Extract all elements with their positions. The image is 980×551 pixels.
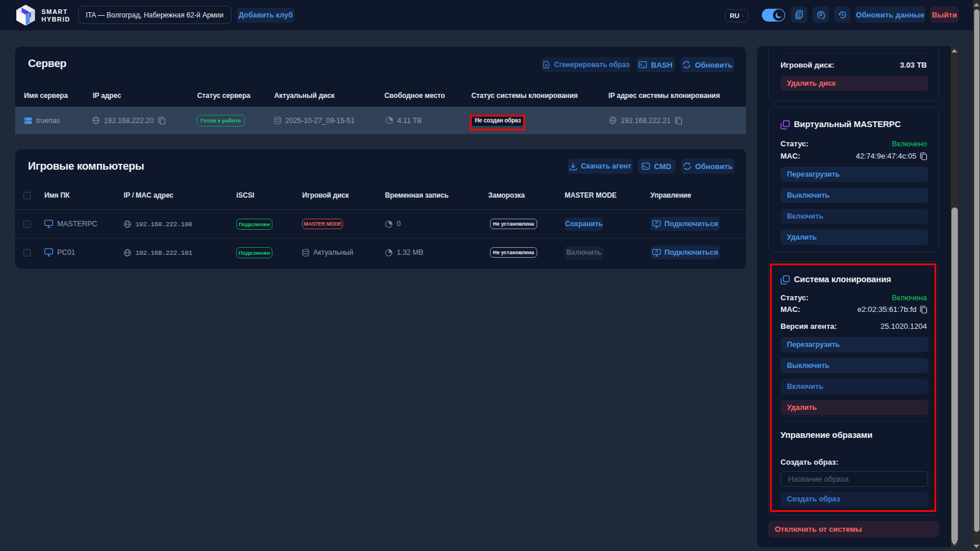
select-all-checkbox[interactable]	[23, 192, 31, 199]
connect-button[interactable]: Подключиться	[650, 245, 720, 259]
connect-label: Подключиться	[664, 248, 718, 257]
pc-row-pc01[interactable]: PC01 192.168.222.101 Подключен Актуальны…	[15, 238, 746, 266]
pc-row-masterpc[interactable]: MASTERPC 192.168.222.100 Подключен MASTE…	[15, 209, 746, 238]
usage-pie-icon	[386, 117, 393, 124]
scroll-down-icon[interactable]	[951, 542, 957, 545]
vm-section: Виртуальный MASTERPC Статус: Включено MA…	[768, 107, 939, 252]
usage-pie-icon	[385, 249, 393, 257]
chevron-down-icon	[742, 14, 744, 18]
copy-icon[interactable]	[920, 152, 928, 160]
theme-toggle[interactable]	[762, 9, 785, 22]
col-server-name: Имя сервера	[24, 92, 68, 100]
row-checkbox[interactable]	[23, 220, 31, 228]
sidebar-panel: Игровой диск: 3.03 TB Удалить диск Вирту…	[757, 46, 958, 548]
pc-temp-size: 1.32 MB	[397, 248, 424, 257]
add-club-label: Добавить клуб	[239, 11, 293, 19]
chevron-down-icon	[223, 13, 224, 17]
server-name: truenas	[36, 117, 60, 125]
vm-shutdown-button[interactable]: Выключить	[780, 188, 928, 203]
freeze-badge: Не установлена	[490, 219, 537, 229]
create-image-label: Создать образ:	[780, 458, 838, 466]
scroll-up-icon[interactable]	[951, 49, 957, 52]
globe-icon	[124, 249, 131, 257]
col-pc-master: MASTER MODE	[565, 191, 617, 199]
logout-button[interactable]: Выйти	[930, 6, 958, 23]
clone-status-label: Статус:	[780, 293, 808, 302]
refresh-data-button[interactable]: Обновить данные	[855, 6, 925, 23]
game-disk-section: Игровой диск: 3.03 TB Удалить диск	[768, 46, 939, 101]
generate-image-button[interactable]: Сгенерировать образ	[541, 57, 631, 72]
master-mode-enable-button[interactable]: Включить	[565, 246, 603, 259]
logs-button[interactable]	[791, 6, 807, 23]
copy-icon[interactable]	[675, 117, 682, 125]
server-panel: Сервер Сгенерировать образ BASH Обновить…	[15, 47, 746, 134]
iscsi-status-badge: Подключен	[236, 247, 272, 258]
vm-restart-label: Перезагрузить	[787, 170, 840, 178]
server-refresh-button[interactable]: Обновить	[681, 57, 734, 72]
clone-restart-button[interactable]: Перезагрузить	[780, 337, 928, 352]
clone-section: Система клонирования Статус: Включена MA…	[768, 261, 939, 515]
vm-restart-button[interactable]: Перезагрузить	[780, 167, 928, 182]
server-table-row[interactable]: truenas 192.168.222.20 Готов к работе	[15, 107, 746, 134]
pc-ip: 192.168.222.101	[135, 249, 192, 257]
vm-section-title: Виртуальный MASTERPC	[794, 120, 901, 129]
clone-shutdown-button[interactable]: Выключить	[780, 358, 928, 373]
club-select[interactable]: ITA — Волгоград, Набережная 62-й Армии	[78, 6, 232, 24]
page-scrollbar[interactable]	[973, 0, 980, 551]
language-select[interactable]: RU	[725, 9, 748, 22]
agent-version-value: 25.1020.1204	[880, 322, 927, 331]
create-image-button-label: Создать образ	[787, 495, 840, 503]
brand-name-line1: SMART	[41, 9, 68, 15]
club-select-value: ITA — Волгоград, Набережная 62-й Армии	[86, 11, 223, 19]
computers-refresh-button[interactable]: Обновить	[681, 159, 734, 174]
create-image-button[interactable]: Создать образ	[780, 492, 928, 507]
vm-status-value: Включено	[892, 139, 927, 148]
cmd-button[interactable]: CMD	[638, 159, 676, 174]
image-name-input[interactable]	[780, 471, 928, 487]
server-disk: 2025-10-27_09-15-51	[285, 117, 355, 125]
terminal-icon	[642, 163, 650, 170]
copy-icon[interactable]	[920, 306, 928, 314]
clone-status-value: Включена	[892, 293, 927, 302]
col-clone-status: Статус системы клонирования	[471, 92, 578, 100]
delete-disk-label: Удалить диск	[787, 79, 836, 87]
row-checkbox[interactable]	[23, 249, 31, 257]
logout-label: Выйти	[932, 10, 957, 19]
pc-name: PC01	[57, 248, 75, 257]
pc-temp-size: 0	[397, 220, 401, 228]
delete-disk-button[interactable]: Удалить диск	[780, 76, 928, 91]
sidebar-scrollbar-thumb[interactable]	[951, 208, 958, 542]
language-value: RU	[730, 12, 740, 19]
theme-toggle-knob	[773, 9, 785, 21]
scroll-down-icon[interactable]	[974, 545, 979, 548]
game-disk-text: Актуальный	[313, 248, 354, 257]
clone-poweron-button[interactable]: Включить	[780, 379, 928, 394]
sidebar-scrollbar[interactable]	[951, 46, 958, 548]
monitor-icon	[44, 220, 53, 228]
copy-icon[interactable]	[158, 117, 166, 125]
moon-icon	[775, 11, 783, 19]
divider	[780, 421, 928, 422]
clone-poweron-label: Включить	[787, 382, 823, 391]
vm-poweron-button[interactable]: Включить	[780, 209, 928, 224]
col-pc-iscsi: iSCSI	[236, 191, 254, 199]
bash-button[interactable]: BASH	[636, 57, 675, 72]
col-pc-freeze: Заморозка	[488, 191, 525, 199]
scroll-up-icon[interactable]	[974, 3, 979, 6]
clone-delete-button[interactable]: Удалить	[780, 400, 928, 415]
disconnect-button[interactable]: Отключить от системы	[768, 521, 939, 538]
master-mode-save-label: Сохранить	[565, 220, 603, 228]
vm-delete-button[interactable]: Удалить	[780, 230, 928, 245]
support-button[interactable]	[813, 6, 829, 23]
download-agent-button[interactable]: Скачать агент	[568, 159, 633, 174]
vm-poweron-label: Включить	[787, 212, 823, 220]
master-mode-save-button[interactable]: Сохранить	[565, 217, 603, 231]
connect-button[interactable]: Подключиться	[650, 217, 720, 231]
history-button[interactable]	[834, 6, 850, 23]
add-club-button[interactable]: Добавить клуб	[237, 8, 295, 23]
page-scrollbar-thumb[interactable]	[974, 9, 979, 532]
documents-icon	[794, 10, 804, 19]
agent-version-label: Версия агента:	[780, 322, 837, 331]
disk-icon	[274, 117, 281, 124]
disconnect-label: Отключить от системы	[775, 525, 862, 534]
